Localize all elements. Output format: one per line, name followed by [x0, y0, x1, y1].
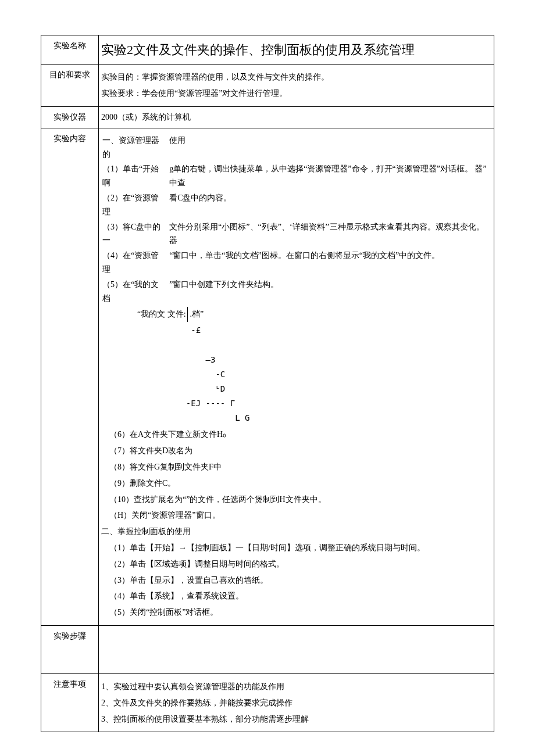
purpose-line-2: 实验要求：学会使用“资源管理器”对文件进行管理。	[101, 87, 491, 101]
c-item-9: （9）删除文件C。	[109, 476, 491, 490]
s1l0: 一、资源管理器的	[101, 133, 168, 162]
section-2-title: 二、掌握控制面板的使用	[101, 525, 491, 539]
purpose-line-1: 实验目的：掌握资源管理器的使用，以及文件与文件夹的操作。	[101, 70, 491, 84]
s2-5: （5）关闭“控制面板”对话框。	[109, 605, 491, 619]
c-item-6: （6）在A文件夹下建立新文件H₀	[109, 428, 491, 442]
tree-label-right: .档”	[187, 307, 205, 322]
note-1: 1、实验过程中要认真领会资源管理器的功能及作用	[101, 680, 491, 694]
row-instrument-value: 2000（或）系统的计算机	[99, 106, 494, 128]
row-purpose-label: 目的和要求	[41, 65, 99, 107]
s1r4: “窗口中，单击“我的文档”图标。在窗口的右侧将显示“我的文档”中的文件。	[168, 248, 491, 277]
s2-2: （2）单击【区域选项】调整日期与时间的格式。	[109, 557, 491, 571]
tree-label-left: “我的文 文件:	[136, 307, 187, 322]
s1r3: 文件分别采用“小图标”、“列表”、‘详细资料’’三种显示格式来查看其内容。观察其…	[168, 220, 491, 249]
c-item-7: （7）将文件夹D改名为	[109, 444, 491, 458]
s1l5: （5）在“我的文档	[101, 277, 168, 306]
tree-label-row: “我的文 文件: .档”	[136, 307, 205, 322]
section-1-items: （6）在A文件夹下建立新文件H₀ （7）将文件夹D改名为 （8）将文件G复制到文…	[101, 428, 491, 522]
c-item-h: （H）关闭“资源管理器”窗口。	[109, 508, 491, 522]
s1r1: g单的右键，调出快捷菜单，从中选择“资源管理器”命令，打开“资源管理器”对话框。…	[168, 162, 491, 191]
row-name-value: 实验2文件及文件夹的操作、控制面板的使用及系统管理	[99, 35, 494, 65]
row-content-value: 一、资源管理器的使用 （1）单击“开始啊g单的右键，调出快捷菜单，从中选择“资源…	[99, 128, 494, 625]
experiment-table: 实验名称 实验2文件及文件夹的操作、控制面板的使用及系统管理 目的和要求 实验目…	[41, 35, 494, 732]
s2-4: （4）单击【系统】，查看系统设置。	[109, 589, 491, 603]
s1l1: （1）单击“开始啊	[101, 162, 168, 191]
row-notes-label: 注意事项	[41, 674, 99, 732]
s1r5: ”窗口中创建下列文件夹结构。	[168, 277, 491, 306]
s2-1: （1）单击【开始】→【控制面板】一【日期/时间】选项，调整正确的系统日期与时间。	[109, 541, 491, 555]
s1l4: （4）在“资源管理	[101, 248, 168, 277]
row-steps-value	[99, 626, 494, 674]
row-notes-value: 1、实验过程中要认真领会资源管理器的功能及作用 2、文件及文件夹的操作要熟练，并…	[99, 674, 494, 732]
section-2-items: （1）单击【开始】→【控制面板】一【日期/时间】选项，调整正确的系统日期与时间。…	[101, 541, 491, 619]
s1l3: （3）将C盘中的一	[101, 220, 168, 249]
note-3: 3、控制面板的使用设置要基本熟练，部分功能需逐步理解	[101, 712, 491, 726]
note-2: 2、文件及文件夹的操作要熟练，并能按要求完成操作	[101, 696, 491, 710]
s1r0: 使用	[168, 133, 491, 162]
c-item-8: （8）将文件G复制到文件夹F中	[109, 460, 491, 474]
row-purpose-value: 实验目的：掌握资源管理器的使用，以及文件与文件夹的操作。 实验要求：学会使用“资…	[99, 65, 494, 107]
section-1-split: 一、资源管理器的使用 （1）单击“开始啊g单的右键，调出快捷菜单，从中选择“资源…	[101, 133, 491, 306]
s1r2: 看C盘中的内容。	[168, 191, 491, 220]
s2-3: （3）单击【显示】，设置自己喜欢的墙纸。	[109, 574, 491, 587]
row-name-label: 实验名称	[41, 35, 99, 65]
row-instrument-label: 实验仪器	[41, 106, 99, 128]
c-item-10: （10）查找扩展名为“”的文件，任选两个煲制到H文件夹中。	[109, 493, 491, 507]
s1l2: （2）在“资源管理	[101, 191, 168, 220]
folder-tree: -£ —3 -C ᴸD -EJ ---- Γ L G	[101, 323, 491, 425]
row-steps-label: 实验步骤	[41, 626, 99, 674]
row-content-label: 实验内容	[41, 128, 99, 625]
